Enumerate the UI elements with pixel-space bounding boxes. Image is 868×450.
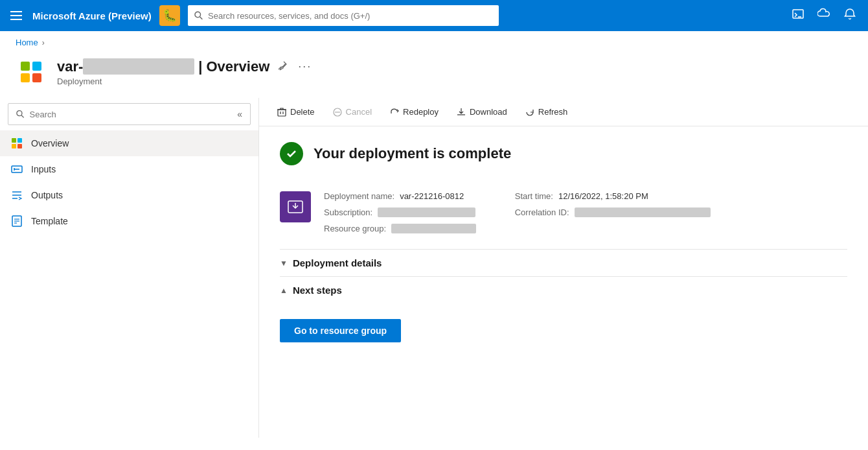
sidebar-search-input[interactable] <box>30 110 233 119</box>
go-to-resource-group-button[interactable]: Go to resource group <box>280 319 401 342</box>
subscription-row: Subscription: redacted <box>324 207 476 217</box>
deployment-content: Your deployment is complete Deployment n… <box>259 126 868 366</box>
content-area: Delete Cancel Redeploy <box>259 98 868 438</box>
refresh-label: Refresh <box>538 107 568 117</box>
redeploy-button[interactable]: Redeploy <box>382 103 446 121</box>
template-icon <box>10 215 23 228</box>
deployment-details-chevron: ▼ <box>280 259 288 268</box>
app-title: Microsoft Azure (Preview) <box>32 10 152 21</box>
global-search-input[interactable] <box>208 11 492 21</box>
overview-label: Overview <box>31 138 69 148</box>
correlation-id-label: Correlation ID: <box>515 207 569 217</box>
delete-label: Delete <box>290 107 315 117</box>
svg-rect-7 <box>32 73 41 82</box>
outputs-label: Outputs <box>31 190 63 200</box>
inputs-label: Inputs <box>31 164 56 174</box>
deployment-name-row: Deployment name: var-221216-0812 <box>324 191 476 201</box>
resource-group-label: Resource group: <box>324 224 386 233</box>
svg-rect-13 <box>12 144 16 148</box>
breadcrumb-separator: › <box>42 38 45 47</box>
sidebar-collapse-button[interactable]: « <box>237 109 242 119</box>
top-nav: Microsoft Azure (Preview) 🐛 <box>0 0 868 31</box>
outputs-icon <box>10 189 23 202</box>
next-steps-title: Next steps <box>293 285 342 296</box>
deployment-card-icon <box>280 191 311 222</box>
more-options-button[interactable]: ··· <box>295 58 314 75</box>
svg-point-0 <box>195 12 201 18</box>
start-time-label: Start time: <box>515 191 553 201</box>
delete-icon <box>277 108 286 117</box>
redeploy-icon <box>390 108 399 117</box>
download-icon <box>457 108 466 117</box>
sidebar-item-outputs[interactable]: Outputs <box>0 182 258 208</box>
terminal-icon-button[interactable] <box>788 5 808 27</box>
deployment-name-value: var-221216-0812 <box>400 191 464 201</box>
breadcrumb: Home › <box>0 31 868 54</box>
pin-button[interactable] <box>275 59 290 75</box>
sidebar: « Overview <box>0 98 259 438</box>
deployment-details-title: Deployment details <box>293 257 382 268</box>
status-title: Your deployment is complete <box>314 145 511 162</box>
resource-type: Deployment <box>57 77 314 86</box>
svg-rect-11 <box>12 138 16 143</box>
svg-rect-5 <box>32 62 41 71</box>
sidebar-search-box[interactable]: « <box>8 103 251 125</box>
cancel-icon <box>333 108 342 117</box>
info-col-right: Start time: 12/16/2022, 1:58:20 PM Corre… <box>515 191 711 233</box>
redeploy-label: Redeploy <box>403 107 439 117</box>
start-time-row: Start time: 12/16/2022, 1:58:20 PM <box>515 191 711 201</box>
subscription-label: Subscription: <box>324 207 372 217</box>
download-label: Download <box>470 107 507 117</box>
svg-line-1 <box>200 17 202 19</box>
cloud-icon-button[interactable] <box>814 5 834 27</box>
delete-button[interactable]: Delete <box>269 103 323 121</box>
search-icon <box>194 11 203 20</box>
resource-title-block: var-redacted | Overview ··· Deployment <box>57 58 314 86</box>
toolbar: Delete Cancel Redeploy <box>259 98 868 126</box>
next-steps-content: Go to resource group <box>280 303 847 350</box>
subscription-value[interactable]: redacted <box>378 207 475 217</box>
sidebar-item-overview[interactable]: Overview <box>0 130 258 156</box>
breadcrumb-home[interactable]: Home <box>16 38 38 47</box>
status-check-icon <box>280 142 303 165</box>
next-steps-section[interactable]: ▲ Next steps <box>280 276 847 303</box>
template-label: Template <box>31 216 68 226</box>
resource-name: var-redacted | Overview ··· <box>57 58 314 75</box>
next-steps-chevron: ▲ <box>280 286 288 295</box>
sidebar-nav: Overview Inputs <box>0 130 258 234</box>
global-search-box[interactable] <box>188 5 499 26</box>
resource-name-text: var-redacted | Overview <box>57 58 269 75</box>
svg-rect-4 <box>21 62 30 71</box>
start-time-value: 12/16/2022, 1:58:20 PM <box>558 191 648 201</box>
correlation-id-value: redacted <box>575 207 711 217</box>
main-layout: « Overview <box>0 98 868 438</box>
cancel-label: Cancel <box>346 107 372 117</box>
info-col-left: Deployment name: var-221216-0812 Subscri… <box>324 191 476 233</box>
download-button[interactable]: Download <box>449 103 515 121</box>
svg-rect-12 <box>17 138 22 143</box>
inputs-icon <box>10 163 23 176</box>
resource-icon <box>16 56 47 88</box>
refresh-icon <box>525 108 534 117</box>
svg-rect-14 <box>17 144 22 148</box>
sidebar-item-inputs[interactable]: Inputs <box>0 156 258 182</box>
deployment-name-label: Deployment name: <box>324 191 394 201</box>
cancel-button[interactable]: Cancel <box>325 103 380 121</box>
status-row: Your deployment is complete <box>280 142 847 165</box>
refresh-button[interactable]: Refresh <box>518 103 576 121</box>
correlation-id-row: Correlation ID: redacted <box>515 207 711 217</box>
hamburger-menu[interactable] <box>8 8 25 23</box>
overview-icon <box>10 137 23 150</box>
svg-line-10 <box>21 115 24 118</box>
bell-icon-button[interactable] <box>839 5 860 27</box>
sidebar-item-template[interactable]: Template <box>0 208 258 234</box>
deployment-details-section[interactable]: ▼ Deployment details <box>280 249 847 276</box>
resource-group-row: Resource group: redacted <box>324 224 476 233</box>
resource-header: var-redacted | Overview ··· Deployment <box>0 54 868 98</box>
bug-icon: 🐛 <box>159 5 180 26</box>
nav-icons <box>788 5 860 27</box>
resource-group-value[interactable]: redacted <box>391 224 476 233</box>
deployment-info: Deployment name: var-221216-0812 Subscri… <box>324 191 711 233</box>
svg-rect-25 <box>278 110 286 116</box>
deployment-card: Deployment name: var-221216-0812 Subscri… <box>280 181 847 249</box>
